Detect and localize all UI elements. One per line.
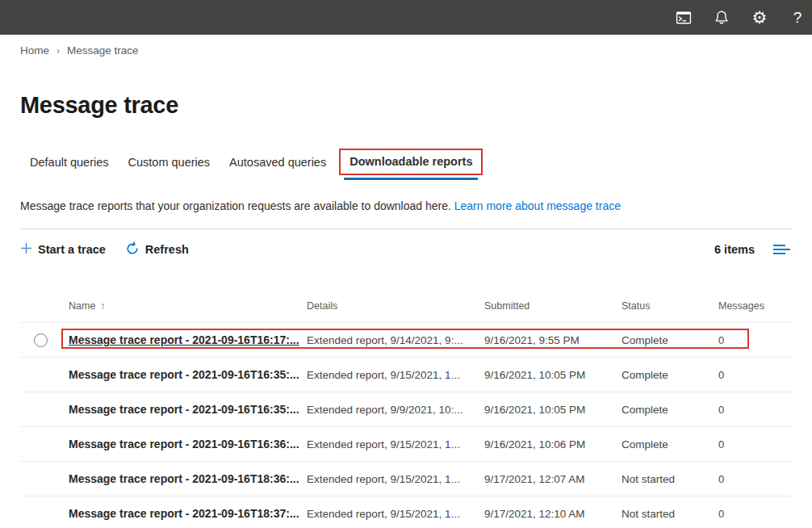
report-details: Extended report, 9/15/2021, 1... <box>307 438 484 450</box>
report-status: Not started <box>622 508 718 520</box>
report-status: Not started <box>622 473 718 485</box>
tab-downloadable-reports[interactable]: Downloadable reports <box>339 149 483 180</box>
tab-custom-queries[interactable]: Custom queries <box>119 149 220 169</box>
top-app-bar: ⚙ ? <box>0 0 812 35</box>
tab-label: Downloadable reports <box>349 155 472 168</box>
report-details: Extended report, 9/15/2021, 1... <box>307 369 484 381</box>
breadcrumb: Home › Message trace <box>20 44 139 57</box>
header-details[interactable]: Details <box>307 300 484 312</box>
toolbar-right: 6 items <box>714 242 792 257</box>
report-messages: 0 <box>718 369 792 381</box>
start-a-trace-label: Start a trace <box>38 243 106 256</box>
header-name[interactable]: Name↑ <box>69 300 307 312</box>
header-submitted[interactable]: Submitted <box>484 300 622 312</box>
row-select-cell <box>20 403 69 417</box>
report-name-cell: Message trace report - 2021-09-16T16:36:… <box>69 437 307 451</box>
report-name-link[interactable]: Message trace report - 2021-09-16T16:17:… <box>69 333 299 346</box>
report-name-link[interactable]: Message trace report - 2021-09-16T18:37:… <box>69 507 299 520</box>
table-row[interactable]: Message trace report - 2021-09-16T18:37:… <box>20 497 792 528</box>
settings-gear-icon[interactable]: ⚙ <box>751 10 768 26</box>
report-status: Complete <box>622 438 718 450</box>
table-body: Message trace report - 2021-09-16T16:17:… <box>20 323 792 528</box>
refresh-icon <box>125 241 140 258</box>
radio-button[interactable] <box>34 333 48 347</box>
report-details: Extended report, 9/15/2021, 1... <box>307 473 484 485</box>
report-name-cell: Message trace report - 2021-09-16T16:17:… <box>69 333 307 347</box>
report-name-cell: Message trace report - 2021-09-16T18:36:… <box>69 471 307 486</box>
start-a-trace-button[interactable]: Start a trace <box>20 242 106 257</box>
report-name-link[interactable]: Message trace report - 2021-09-16T16:35:… <box>69 403 299 416</box>
row-select-cell <box>20 368 69 382</box>
tab-autosaved-queries[interactable]: Autosaved queries <box>220 149 336 169</box>
report-submitted: 9/16/2021, 10:06 PM <box>484 438 622 450</box>
report-details: Extended report, 9/14/2021, 9:... <box>307 334 484 346</box>
breadcrumb-message-trace[interactable]: Message trace <box>67 44 139 57</box>
row-select-cell <box>20 507 69 521</box>
reports-table: Name↑ Details Submitted Status Messages … <box>20 289 792 528</box>
report-messages: 0 <box>718 508 792 520</box>
table-row[interactable]: Message trace report - 2021-09-16T16:17:… <box>20 323 792 358</box>
table-row[interactable]: Message trace report - 2021-09-16T16:36:… <box>20 427 792 462</box>
description-text: Message trace reports that your organiza… <box>20 199 451 212</box>
row-select-cell <box>20 333 69 347</box>
report-submitted: 9/17/2021, 12:07 AM <box>484 473 622 485</box>
table-header-row: Name↑ Details Submitted Status Messages <box>20 289 792 323</box>
active-tab-underline <box>344 178 478 180</box>
annotation-box-tab: Downloadable reports <box>339 149 483 175</box>
report-details: Extended report, 9/9/2021, 10:... <box>307 404 484 416</box>
plus-icon <box>20 242 32 257</box>
table-row[interactable]: Message trace report - 2021-09-16T18:36:… <box>20 462 792 497</box>
report-messages: 0 <box>718 334 792 346</box>
items-count: 6 items <box>714 243 755 256</box>
header-status[interactable]: Status <box>622 300 718 312</box>
report-submitted: 9/16/2021, 10:05 PM <box>484 369 622 381</box>
table-row[interactable]: Message trace report - 2021-09-16T16:35:… <box>20 392 792 427</box>
filter-lines-icon[interactable] <box>772 242 792 257</box>
report-messages: 0 <box>718 404 792 416</box>
notifications-bell-icon[interactable] <box>714 10 730 26</box>
powershell-terminal-icon[interactable] <box>676 10 692 26</box>
page-title: Message trace <box>20 92 178 119</box>
command-bar: Start a trace Refresh 6 items <box>20 237 792 262</box>
row-select-cell <box>20 472 69 486</box>
report-submitted: 9/16/2021, 10:05 PM <box>484 404 622 416</box>
row-select-cell <box>20 438 69 451</box>
tab-default-queries[interactable]: Default queries <box>20 149 119 169</box>
help-icon[interactable]: ? <box>789 10 806 26</box>
report-name-cell: Message trace report - 2021-09-16T16:35:… <box>69 402 307 417</box>
refresh-label: Refresh <box>145 243 189 256</box>
refresh-button[interactable]: Refresh <box>125 241 189 258</box>
report-name-link[interactable]: Message trace report - 2021-09-16T16:36:… <box>69 438 299 450</box>
tab-bar: Default queries Custom queries Autosaved… <box>20 149 483 180</box>
report-messages: 0 <box>718 473 792 485</box>
report-status: Complete <box>622 404 718 416</box>
report-messages: 0 <box>718 438 792 450</box>
breadcrumb-separator-icon: › <box>57 45 60 57</box>
report-details: Extended report, 9/15/2021, 1... <box>307 508 484 520</box>
section-divider <box>20 228 792 229</box>
table-row[interactable]: Message trace report - 2021-09-16T16:35:… <box>20 358 792 392</box>
report-status: Complete <box>622 369 718 381</box>
report-name-cell: Message trace report - 2021-09-16T18:37:… <box>69 506 307 521</box>
report-submitted: 9/16/2021, 9:55 PM <box>484 334 622 346</box>
page-description: Message trace reports that your organiza… <box>20 199 621 212</box>
sort-ascending-icon: ↑ <box>100 300 105 312</box>
learn-more-link[interactable]: Learn more about message trace <box>454 199 621 212</box>
report-status: Complete <box>622 334 718 346</box>
breadcrumb-home[interactable]: Home <box>20 44 49 57</box>
report-name-cell: Message trace report - 2021-09-16T16:35:… <box>69 367 307 382</box>
report-name-link[interactable]: Message trace report - 2021-09-16T18:36:… <box>69 472 299 485</box>
report-submitted: 9/17/2021, 12:10 AM <box>484 508 622 520</box>
header-messages[interactable]: Messages <box>718 300 792 312</box>
report-name-link[interactable]: Message trace report - 2021-09-16T16:35:… <box>69 368 299 381</box>
